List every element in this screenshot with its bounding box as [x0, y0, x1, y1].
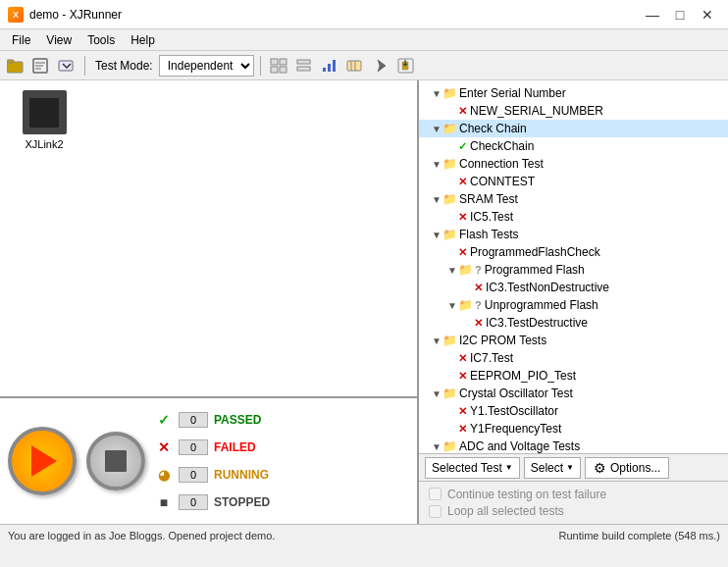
passed-count: 0	[179, 412, 208, 428]
tree-row[interactable]: ✕Y1.TestOscillator	[419, 402, 728, 420]
right-bottom-toolbar: Selected Test ▼ Select ▼ ⚙ Options...	[419, 453, 728, 481]
tree-item-label: Enter Serial Number	[459, 86, 566, 100]
menu-help[interactable]: Help	[123, 31, 163, 49]
toolbar-sep-2	[260, 56, 261, 76]
chart-btn[interactable]	[318, 54, 341, 77]
tree-area: ▼📁Enter Serial Number✕NEW_SERIAL_NUMBER▼…	[419, 80, 728, 453]
tree-row[interactable]: ✓CheckChain	[419, 137, 728, 155]
tree-row[interactable]: ▼📁Crystal Oscillator Test	[419, 385, 728, 402]
tree-container[interactable]: ▼📁Enter Serial Number✕NEW_SERIAL_NUMBER▼…	[419, 80, 728, 453]
folder-icon: 📁	[442, 157, 457, 171]
selected-test-arrow-icon: ▼	[505, 463, 513, 472]
tree-item-label: Crystal Oscillator Test	[459, 387, 573, 400]
tree-status-icon: ✕	[458, 176, 467, 188]
tree-row[interactable]: ✕ProgrammedFlashCheck	[419, 243, 728, 261]
tree-row[interactable]: ▼📁I2C PROM Tests	[419, 332, 728, 349]
tree-status-icon: ✕	[458, 352, 467, 365]
toolbar-btn-2[interactable]	[29, 54, 53, 77]
svg-rect-9	[297, 67, 310, 71]
tree-row[interactable]: ▼📁Connection Test	[419, 155, 728, 173]
stopped-row: ■ 0 STOPPED	[155, 493, 409, 511]
settings-btn[interactable]	[343, 54, 367, 77]
tree-row[interactable]: ✕IC3.TestNonDestructive	[419, 279, 728, 296]
menu-file[interactable]: File	[4, 31, 38, 49]
menu-view[interactable]: View	[38, 31, 79, 49]
folder-icon: 📁	[442, 192, 457, 206]
tree-expand-icon[interactable]: ▼	[431, 88, 442, 99]
select-arrow-icon: ▼	[566, 463, 574, 472]
tree-row[interactable]: ✕NEW_SERIAL_NUMBER	[419, 102, 728, 120]
toolbar: Test Mode: Independent Sequential Concur…	[0, 51, 728, 80]
close-button[interactable]: ✕	[695, 5, 720, 25]
device-area: XJLink2	[0, 80, 417, 396]
tree-expand-icon[interactable]: ▼	[431, 335, 442, 346]
svg-rect-7	[280, 67, 286, 73]
gear-icon: ⚙	[594, 460, 606, 476]
minimize-button[interactable]: —	[640, 5, 665, 25]
tree-status-icon: ✕	[458, 246, 467, 259]
continue-testing-checkbox[interactable]	[429, 488, 442, 500]
folder-icon: 📁	[442, 86, 457, 100]
svg-rect-12	[333, 60, 336, 72]
arrow-btn[interactable]	[369, 54, 392, 77]
running-label: RUNNING	[214, 468, 269, 482]
tree-row[interactable]: ✕Y1FrequencyTest	[419, 420, 728, 438]
failed-label: FAILED	[214, 440, 256, 454]
stop-button[interactable]	[86, 432, 145, 490]
options-label: Options...	[610, 461, 660, 475]
tree-expand-icon[interactable]: ▼	[431, 230, 442, 240]
tree-row[interactable]: ▼📁ADC and Voltage Tests	[419, 438, 728, 453]
checkboxes-area: Continue testing on test failure Loop al…	[419, 481, 728, 524]
tree-status-icon: ✓	[458, 140, 467, 153]
tree-row[interactable]: ▼📁Flash Tests	[419, 226, 728, 243]
tree-expand-icon[interactable]: ▼	[431, 159, 442, 170]
svg-rect-5	[280, 59, 286, 65]
tree-status-icon: ?	[475, 299, 482, 311]
grid-btn-2[interactable]	[292, 54, 316, 77]
tree-row[interactable]: ▼📁?Programmed Flash	[419, 261, 728, 279]
tree-item-label: IC5.Test	[470, 210, 513, 224]
tree-row[interactable]: ✕CONNTEST	[419, 173, 728, 190]
tree-row[interactable]: ✕EEPROM_PIO_Test	[419, 367, 728, 385]
svg-rect-13	[347, 61, 361, 71]
maximize-button[interactable]: □	[667, 5, 693, 25]
test-mode-dropdown[interactable]: Independent Sequential Concurrent	[159, 55, 254, 77]
tree-expand-icon[interactable]: ▼	[431, 124, 442, 134]
tree-item-label: IC3.TestDestructive	[486, 316, 588, 330]
tree-row[interactable]: ▼📁SRAM Test	[419, 190, 728, 208]
tree-status-icon: ✕	[474, 317, 483, 330]
svg-rect-6	[271, 67, 278, 73]
menu-bar: File View Tools Help	[0, 29, 728, 51]
stop-square-icon	[105, 450, 127, 472]
tree-row[interactable]: ▼📁?Unprogrammed Flash	[419, 296, 728, 314]
export-btn[interactable]	[394, 54, 418, 77]
toolbar-btn-3[interactable]	[55, 54, 78, 77]
grid-btn-1[interactable]	[267, 54, 290, 77]
play-button[interactable]	[8, 427, 77, 495]
open-folder-button[interactable]	[4, 54, 27, 77]
loop-tests-row: Loop all selected tests	[429, 504, 718, 518]
tree-row[interactable]: ▼📁Enter Serial Number	[419, 84, 728, 102]
tree-row[interactable]: ✕IC3.TestDestructive	[419, 314, 728, 332]
svg-rect-4	[271, 59, 278, 65]
tree-row[interactable]: ✕IC7.Test	[419, 349, 728, 367]
tree-expand-icon[interactable]: ▼	[431, 441, 442, 452]
tree-row[interactable]: ✕IC5.Test	[419, 208, 728, 226]
options-button[interactable]: ⚙ Options...	[585, 457, 669, 479]
tree-item-label: CONNTEST	[470, 175, 535, 188]
tree-expand-icon[interactable]: ▼	[446, 300, 458, 311]
tree-item-label: Programmed Flash	[485, 263, 585, 277]
tree-expand-icon[interactable]: ▼	[431, 194, 442, 205]
selected-test-dropdown[interactable]: Selected Test ▼	[425, 457, 520, 479]
tree-expand-icon[interactable]: ▼	[446, 265, 458, 276]
tree-item-label: SRAM Test	[459, 192, 518, 206]
svg-rect-11	[328, 64, 331, 72]
loop-tests-checkbox[interactable]	[429, 505, 442, 518]
select-dropdown[interactable]: Select ▼	[524, 457, 581, 479]
right-panel: ▼📁Enter Serial Number✕NEW_SERIAL_NUMBER▼…	[419, 80, 728, 524]
folder-icon: 📁	[458, 263, 473, 277]
menu-tools[interactable]: Tools	[79, 31, 123, 49]
tree-expand-icon[interactable]: ▼	[431, 388, 442, 399]
tree-row[interactable]: ▼📁Check Chain	[419, 120, 728, 137]
status-items: ✓ 0 PASSED ✕ 0 FAILED ◕ 0 RUNNING ■ 0	[155, 406, 409, 516]
